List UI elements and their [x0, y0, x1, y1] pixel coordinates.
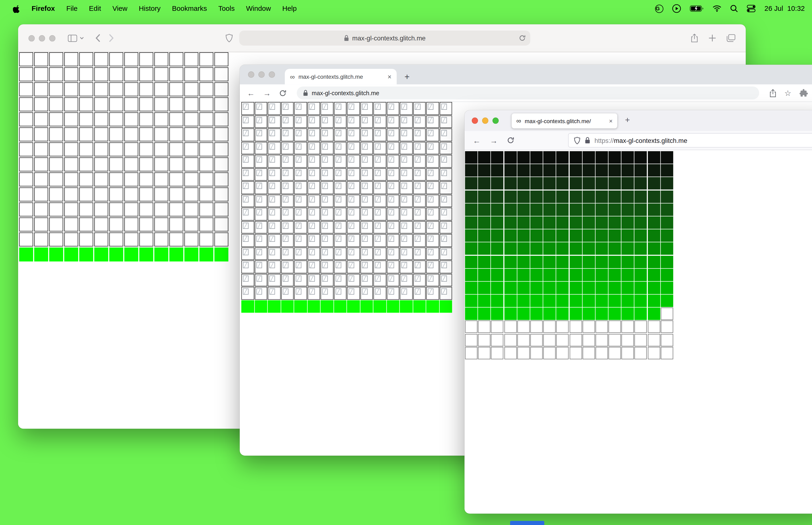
zoom-window-button[interactable] — [49, 35, 55, 41]
gl-context-cell-broken — [334, 273, 347, 286]
minimize-window-button[interactable] — [39, 35, 45, 41]
menu-bar-status: G 26 Jul 10:32 — [655, 4, 805, 13]
gl-context-cell-shade — [504, 190, 517, 203]
gl-context-cell-broken — [321, 102, 333, 115]
forward-button[interactable]: → — [263, 89, 271, 97]
address-bar[interactable]: https://max-gl-contexts.glitch.me — [568, 133, 812, 148]
broken-image-icon — [296, 249, 302, 255]
menu-item-edit[interactable]: Edit — [83, 5, 107, 13]
dock-peek[interactable] — [510, 521, 544, 525]
menu-item-view[interactable]: View — [107, 5, 133, 13]
new-tab-button[interactable]: + — [404, 72, 410, 81]
close-window-button[interactable] — [472, 118, 478, 124]
zoom-window-button[interactable] — [269, 72, 275, 77]
menu-item-window[interactable]: Window — [240, 5, 277, 13]
gl-context-cell-shade — [478, 151, 491, 164]
extensions-puzzle-icon[interactable] — [799, 89, 808, 97]
gl-context-cell-empty — [169, 202, 184, 216]
gl-context-cell-broken — [281, 260, 294, 273]
zoom-window-button[interactable] — [492, 118, 499, 124]
gl-context-cell-shade — [595, 242, 608, 255]
back-button[interactable]: ← — [473, 137, 480, 144]
gl-context-cell-broken — [241, 142, 254, 154]
close-tab-icon[interactable]: × — [388, 73, 392, 80]
gl-context-cell-broken — [281, 102, 294, 115]
menu-item-tools[interactable]: Tools — [213, 5, 240, 13]
share-button[interactable] — [691, 34, 698, 42]
menu-item-help[interactable]: Help — [277, 5, 302, 13]
gl-context-cell-broken — [439, 287, 452, 300]
gl-context-cell-broken — [268, 194, 280, 207]
gl-context-cell-shade — [491, 216, 504, 229]
grammarly-badge-icon[interactable]: G — [655, 4, 663, 13]
broken-image-icon — [349, 236, 354, 242]
broken-image-icon — [349, 156, 354, 162]
broken-image-icon — [256, 143, 262, 149]
gl-context-cell-live — [268, 300, 280, 313]
gl-context-cell-broken — [439, 102, 452, 115]
browser-tab[interactable]: ∞ max-gl-contexts.glitch.me × — [285, 69, 397, 84]
gl-context-cell-broken — [413, 115, 426, 128]
url-host: max-gl-contexts.glitch.me — [614, 137, 687, 145]
gl-context-cell-broken — [321, 273, 333, 286]
minimize-window-button[interactable] — [258, 72, 264, 77]
lock-icon[interactable] — [585, 137, 590, 144]
gl-context-cell-broken — [294, 155, 307, 168]
app-menu-firefox[interactable]: Firefox — [26, 5, 61, 13]
menu-bar-clock[interactable]: 26 Jul 10:32 — [765, 5, 805, 13]
gl-context-cell-empty — [124, 217, 138, 231]
reload-button[interactable] — [279, 89, 287, 96]
tracking-shield-icon[interactable] — [574, 137, 581, 144]
gl-context-cell-broken — [334, 287, 347, 300]
gl-context-cell-shade — [530, 282, 543, 294]
control-center-icon[interactable] — [747, 4, 756, 13]
reload-button[interactable] — [519, 35, 525, 42]
forward-button[interactable]: → — [490, 137, 497, 144]
close-tab-icon[interactable]: × — [609, 118, 613, 124]
back-button[interactable]: ← — [247, 89, 255, 97]
gl-context-cell-empty — [19, 52, 33, 66]
close-window-button[interactable] — [248, 72, 254, 77]
gl-context-cell-shade — [661, 164, 673, 177]
battery-charging-icon[interactable] — [690, 5, 704, 12]
gl-context-cell-shade — [622, 282, 634, 294]
tab-overview-button[interactable] — [726, 34, 735, 42]
play-circle-icon[interactable] — [672, 4, 681, 13]
broken-image-icon — [362, 143, 367, 149]
gl-context-cell-empty — [199, 202, 214, 216]
privacy-shield-icon[interactable] — [225, 34, 233, 42]
minimize-window-button[interactable] — [482, 118, 488, 124]
gl-context-cell-empty — [79, 217, 93, 231]
reload-button[interactable] — [507, 137, 514, 144]
gl-context-cell-empty — [661, 308, 673, 320]
gl-context-cell-empty — [49, 188, 63, 201]
menu-item-history[interactable]: History — [133, 5, 166, 13]
address-bar[interactable]: max-gl-contexts.glitch.me — [239, 31, 530, 46]
new-tab-button[interactable] — [708, 34, 716, 42]
forward-button[interactable] — [109, 34, 114, 42]
gl-context-cell-empty — [109, 172, 123, 186]
gl-context-cell-empty — [154, 52, 168, 66]
menu-item-file[interactable]: File — [61, 5, 83, 13]
sidebar-toggle-button[interactable] — [68, 34, 84, 42]
bookmark-star-icon[interactable]: ☆ — [784, 89, 791, 97]
apple-menu-icon[interactable] — [7, 4, 26, 13]
address-bar[interactable]: max-gl-contexts.glitch.me — [297, 87, 759, 100]
gl-context-cell-empty — [154, 142, 168, 156]
gl-context-cell-shade — [556, 255, 569, 268]
broken-image-icon — [375, 156, 381, 162]
back-button[interactable] — [95, 34, 101, 42]
share-button[interactable] — [769, 89, 776, 97]
close-window-button[interactable] — [28, 35, 34, 41]
broken-image-icon — [322, 130, 328, 136]
new-tab-button[interactable]: + — [625, 116, 630, 124]
menu-item-bookmarks[interactable]: Bookmarks — [166, 5, 213, 13]
spotlight-search-icon[interactable] — [730, 5, 738, 13]
gl-context-cell-live — [199, 247, 214, 261]
gl-context-cell-shade — [609, 151, 621, 164]
browser-tab[interactable]: ∞ max-gl-contexts.glitch.me/ × — [512, 113, 617, 128]
gl-context-cell-empty — [465, 347, 477, 359]
wifi-icon[interactable] — [713, 5, 721, 12]
gl-context-cell-shade — [661, 203, 673, 216]
broken-image-icon — [401, 170, 407, 176]
